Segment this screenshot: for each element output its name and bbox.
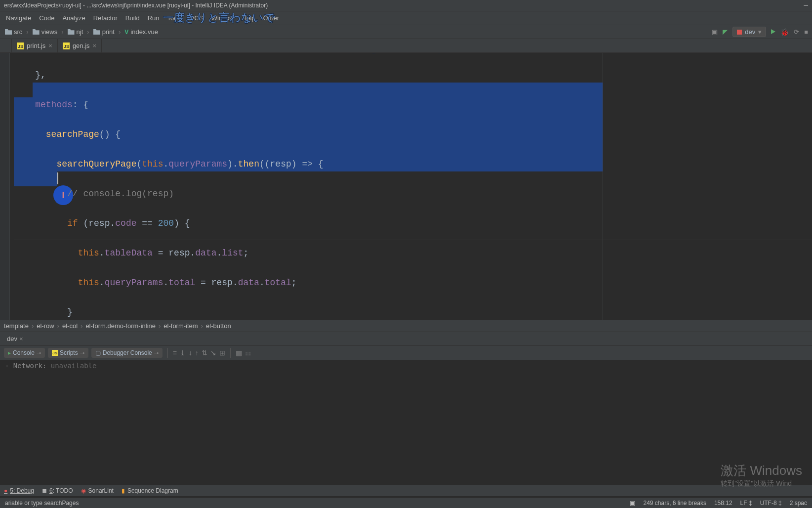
subtitle-overlay-top: 一度きりと言わないで [163,10,275,25]
debugger-console-tab-button[interactable]: ▢ Debugger Console ⊸ [91,348,162,358]
layout-icon[interactable]: ▦ [236,349,242,357]
debug-session-tabs: dev × [0,332,812,345]
path-breadcrumb: src › views › njt › print › Vindex.vue ▣… [0,25,812,39]
chevron-down-icon: ▾ [758,28,762,36]
minimize-button[interactable]: ─ [804,2,808,9]
folder-icon [93,29,100,35]
sonarlint-tool-tab[interactable]: ◉ SonarLint [81,487,114,494]
chevron-icon: › [201,322,203,330]
filter-icon[interactable]: ≡ [173,349,177,357]
evaluate-icon[interactable]: ⊞ [219,349,225,357]
sequence-diagram-tool-tab[interactable]: ▮ Sequence Diagram [122,487,178,494]
pin-icon[interactable]: ⊸ [80,350,84,356]
step-into-icon[interactable]: ↓ [189,349,192,357]
crumb-src[interactable]: src [3,27,24,37]
folder-icon [68,29,75,35]
console-icon: ▸ [8,349,11,356]
divider [230,348,231,358]
debug-button[interactable]: 🐞 [780,28,789,36]
console-tab-button[interactable]: ▸ Console ⊸ [4,348,45,358]
sonar-icon: ◉ [81,487,86,494]
vue-icon: V [124,29,128,36]
status-selection: 249 chars, 6 line breaks [643,500,706,507]
status-message: ariable or type searchPages [5,500,79,507]
step-over-icon[interactable]: ⤓ [180,349,186,357]
close-icon[interactable]: × [93,42,97,49]
run-config-selector[interactable]: dev ▾ [732,27,766,37]
diagram-icon: ▮ [122,487,125,494]
window-controls: ─ [798,2,808,9]
menu-bar: NNavigateavigate Code Analyze Refactor B… [0,11,812,25]
fold-separator [14,240,812,240]
console-output[interactable]: - Network: unavailable [0,360,812,372]
play-icon [771,29,775,34]
crumb-el-form-item[interactable]: el-form-item [163,322,198,330]
chevron-icon: › [87,28,89,36]
terminal-shortcut-icon[interactable]: ▣ [630,500,635,507]
layout-icon[interactable]: ▣ [712,28,718,36]
status-caret-position[interactable]: 158:12 [714,500,732,507]
run-toolbar: ▣ ◤ dev ▾ 🐞 ⟳ ■ [712,25,808,39]
crumb-el-form[interactable]: el-form.demo-form-inline [85,322,156,330]
menu-analyze[interactable]: Analyze [58,12,89,24]
bottom-tool-tabs: ● 5: Debug ≣ 6: TODO ◉ SonarLint ▮ Seque… [0,485,812,496]
settings-icon[interactable]: ⚏ [245,349,251,357]
close-icon[interactable]: × [48,42,52,49]
run-to-cursor-icon[interactable]: ↘ [210,349,216,357]
config-icon [737,30,742,35]
menu-code[interactable]: Code [35,12,58,24]
folder-icon [5,29,12,35]
tab-print-js[interactable]: JS print.js × [12,39,58,52]
window-title: ers\wxx\IdeaProjects\ruoyi-ui] - ...\src… [4,2,268,9]
crumb-print[interactable]: print [91,27,117,37]
code-editor[interactable]: }, methods: { searchPage() { searchQuery… [0,53,812,320]
folder-icon [33,29,40,35]
menu-navigate[interactable]: NNavigateavigate [2,12,35,24]
chevron-icon: › [81,322,82,330]
code-content: }, methods: { searchPage() { searchQuery… [0,53,812,320]
tab-gen-js[interactable]: JS gen.js × [58,39,102,52]
scripts-tab-button[interactable]: JS Scripts ⊸ [48,348,88,358]
crumb-el-col[interactable]: el-col [62,322,78,330]
chevron-icon: › [32,322,34,330]
subtitle-overlay-mid: おとぎ話みたいだね [346,53,447,55]
chevron-icon: › [57,322,59,330]
crumb-file[interactable]: Vindex.vue [122,27,160,37]
close-icon[interactable]: × [19,335,23,342]
terminal-icon: ▢ [95,349,101,356]
chevron-icon: › [26,28,28,36]
todo-icon: ≣ [42,487,47,494]
pin-icon[interactable]: ⊸ [154,350,159,356]
todo-tool-tab[interactable]: ≣ 6: TODO [42,487,73,494]
force-step-icon[interactable]: ⇅ [202,349,207,357]
windows-activation-watermark: 激活 Windows 转到"设置"以激活 Wind [721,462,802,488]
menu-build[interactable]: Build [122,12,144,24]
step-out-icon[interactable]: ↑ [195,349,199,357]
debug-tab-dev[interactable]: dev × [2,333,28,344]
editor-tabs: JS print.js × JS gen.js × [0,39,812,53]
coverage-button[interactable]: ⟳ [794,28,799,36]
js-icon: JS [63,42,70,49]
status-encoding[interactable]: UTF-8 ‡ [760,500,782,507]
crumb-njt[interactable]: njt [66,27,85,37]
debug-tool-tab[interactable]: ● 5: Debug [4,487,34,494]
crumb-views[interactable]: views [31,27,60,37]
bug-icon: ● [4,487,7,494]
js-icon: JS [52,350,58,356]
menu-run[interactable]: Run [144,12,163,24]
status-indent[interactable]: 2 spac [790,500,807,507]
menu-refactor[interactable]: Refactor [89,12,122,24]
back-icon[interactable]: ◤ [723,28,728,36]
crumb-el-row[interactable]: el-row [37,322,54,330]
crumb-el-button[interactable]: el-button [206,322,231,330]
chevron-icon: › [159,322,161,330]
status-line-sep[interactable]: LF ‡ [740,500,752,507]
run-button[interactable] [771,28,775,36]
stop-button[interactable]: ■ [804,28,808,36]
chevron-icon: › [61,28,63,36]
title-bar: ers\wxx\IdeaProjects\ruoyi-ui] - ...\src… [0,0,812,11]
pin-icon[interactable]: ⊸ [37,350,41,356]
crumb-template[interactable]: template [4,322,29,330]
status-bar: ariable or type searchPages ▣ 249 chars,… [0,498,812,508]
divider [167,348,168,358]
